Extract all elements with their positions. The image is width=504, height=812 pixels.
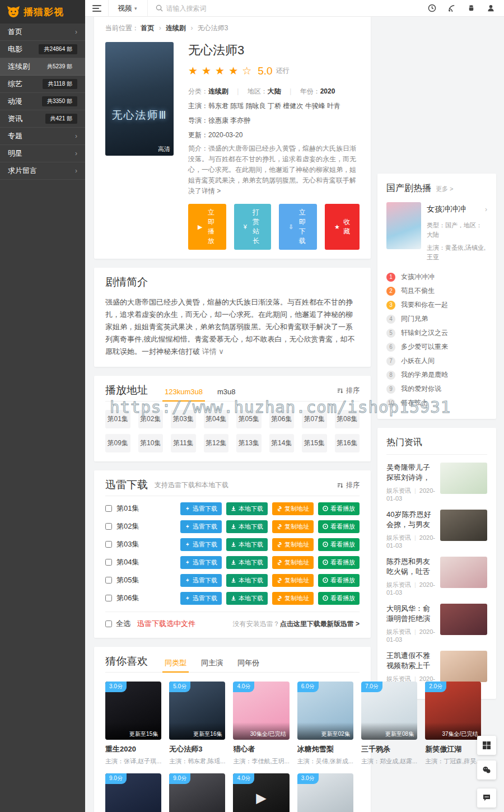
video-card[interactable]: 2.0分 37集全/已完结 新笑傲江湖 主演：丁冠森,薛昊... <box>425 682 481 766</box>
menu-toggle-icon[interactable] <box>85 0 109 17</box>
featured-show[interactable]: 女孩冲冲冲 › 类型：国产，地区：大陆 主演：黄圣依,汤镇业,王亚 <box>386 202 487 264</box>
news-item[interactable]: 大明风华：俞灏明曾拒绝演“汉王” 娱乐资讯|2020-01-03 <box>386 604 487 643</box>
ranking-item[interactable]: 6 多少爱可以重来 <box>386 340 487 354</box>
batch-download-link[interactable]: 迅雷下载选中文件 <box>137 619 195 629</box>
episode-checkbox[interactable] <box>105 559 112 566</box>
sidebar-item-news[interactable]: 资讯 共421 部 <box>0 110 85 128</box>
video-card[interactable]: 3.0分 更新至03集 猫冬 主演：王聪晖,岳红... <box>297 773 353 812</box>
episode-button[interactable]: 第12集 <box>204 434 229 452</box>
history-icon[interactable] <box>428 4 436 12</box>
feedback-button[interactable] <box>477 788 496 808</box>
video-card[interactable]: 6.0分 更新至02集 冰糖炖雪梨 主演：吴倩,张新成... <box>297 682 353 766</box>
video-card[interactable]: 4.0分 30集全/已完结 猎心者 主演：李佳航,王玥... <box>233 682 289 766</box>
favorite-button[interactable]: ★收藏 <box>325 204 360 250</box>
tab-same-actor[interactable]: 同主演 <box>201 659 223 666</box>
sidebar-item-home[interactable]: 首页 › <box>0 24 85 41</box>
kankan-play-button[interactable]: 看看播放 <box>318 502 360 515</box>
ranking-item[interactable]: 9 我的爱对你说 <box>386 382 487 396</box>
ranking-item[interactable]: 2 苟且不偷生 <box>386 284 487 298</box>
breadcrumb-section[interactable]: 连续剧 <box>166 24 186 32</box>
sidebar-item-series[interactable]: 连续剧 共5239 部 <box>0 58 85 76</box>
ranking-item[interactable]: 4 同门兄弟 <box>386 312 487 326</box>
ranking-item[interactable]: 8 我的学弟是鹿晗 <box>386 368 487 382</box>
sidebar-item-anime[interactable]: 动漫 共3350 部 <box>0 93 85 110</box>
tab-source-2[interactable]: m3u8 <box>217 388 236 395</box>
kankan-play-button[interactable]: 看看播放 <box>318 538 360 551</box>
video-card[interactable]: 7.0分 更新至08集 三千鸦杀 主演：郑业成,赵露... <box>361 682 417 766</box>
sort-button[interactable]: 排序 <box>337 480 360 490</box>
local-download-button[interactable]: 本地下载 <box>226 502 268 515</box>
tab-same-year[interactable]: 同年份 <box>237 659 259 666</box>
copy-link-button[interactable]: 复制地址 <box>272 520 314 533</box>
episode-button[interactable]: 第01集 <box>105 410 130 428</box>
episode-button[interactable]: 第09集 <box>105 434 130 452</box>
copy-link-button[interactable]: 复制地址 <box>272 502 314 515</box>
kankan-play-button[interactable]: 看看播放 <box>318 556 360 569</box>
sidebar-item-movies[interactable]: 电影 共24864 部 <box>0 41 85 58</box>
news-item[interactable]: 40岁陈乔恩好会撩，与男友吃火锅 娱乐资讯|2020-01-03 <box>386 510 487 549</box>
kankan-play-button[interactable]: 看看播放 <box>318 574 360 587</box>
local-download-button[interactable]: 本地下载 <box>226 592 268 605</box>
hot-more-link[interactable]: 更多 > <box>436 185 453 193</box>
episode-checkbox[interactable] <box>105 541 112 548</box>
ranking-item[interactable]: 5 轩辕剑之汉之云 <box>386 326 487 340</box>
episode-button[interactable]: 第08集 <box>335 410 360 428</box>
episode-checkbox[interactable] <box>105 523 112 530</box>
copy-link-button[interactable]: 复制地址 <box>272 538 314 551</box>
episode-button[interactable]: 第05集 <box>236 410 262 428</box>
windows-app-button[interactable] <box>477 736 496 755</box>
episode-button[interactable]: 第03集 <box>171 410 196 428</box>
episode-button[interactable]: 第04集 <box>204 410 229 428</box>
sort-button[interactable]: 排序 <box>337 386 360 395</box>
thunder-download-button[interactable]: 迅雷下载 <box>180 556 222 569</box>
episode-checkbox[interactable] <box>105 505 112 512</box>
synopsis-more-link[interactable]: 详情 ∨ <box>202 347 224 356</box>
episode-button[interactable]: 第14集 <box>269 434 295 452</box>
sidebar-item-request[interactable]: 求片留言 › <box>0 162 85 180</box>
breadcrumb-home[interactable]: 首页 <box>141 24 154 32</box>
detail-poster[interactable]: 无心法师Ⅲ 高清 <box>105 42 174 156</box>
tab-same-type[interactable]: 同类型 <box>165 659 186 666</box>
video-card[interactable]: 3.0分 更新至15集 重生2020 主演：张译,赵子琪... <box>105 682 161 766</box>
meta-year[interactable]: 2020 <box>320 87 335 95</box>
local-download-button[interactable]: 本地下载 <box>226 538 268 551</box>
download-now-button[interactable]: ⇩立即下载 <box>279 204 317 250</box>
copy-link-button[interactable]: 复制地址 <box>272 574 314 587</box>
video-card[interactable]: 9.0分 30集全/已完结 借枪 主演：张嘉译,罗海... <box>169 773 225 812</box>
copy-link-button[interactable]: 复制地址 <box>272 592 314 605</box>
episode-button[interactable]: 第10集 <box>138 434 164 452</box>
rss-icon[interactable] <box>447 4 456 12</box>
news-item[interactable]: 陈乔恩和男友吃火锅，吐舌卖萌甜蜜 娱乐资讯|2020-01-03 <box>386 557 487 596</box>
meta-type[interactable]: 连续剧 <box>208 87 228 95</box>
sidebar-item-topics[interactable]: 专题 › <box>0 128 85 145</box>
episode-button[interactable]: 第15集 <box>302 434 327 452</box>
episode-button[interactable]: 第11集 <box>171 434 196 452</box>
site-logo[interactable]: 播猫影视 <box>0 0 85 24</box>
nav-video-dropdown[interactable]: 视频▾ <box>118 3 137 13</box>
thunder-download-button[interactable]: 迅雷下载 <box>180 538 222 551</box>
meta-area[interactable]: 大陆 <box>268 87 281 95</box>
get-thunder-link[interactable]: 点击这里下载最新版迅雷 > <box>280 620 360 628</box>
android-app-icon[interactable] <box>467 4 475 12</box>
reward-button[interactable]: ¥打赏站长 <box>234 204 271 250</box>
episode-button[interactable]: 第02集 <box>138 410 164 428</box>
kankan-play-button[interactable]: 看看播放 <box>318 520 360 533</box>
local-download-button[interactable]: 本地下载 <box>226 556 268 569</box>
video-card[interactable]: 4.0分 ▶ 44集全/已完结 潜伏在黎明之前 主演：杨烁,胡军,... <box>233 773 289 812</box>
news-item[interactable]: 吴奇隆带儿子探班刘诗诗，一家三口 娱乐资讯|2020-01-03 <box>386 463 487 502</box>
local-download-button[interactable]: 本地下载 <box>226 520 268 533</box>
episode-checkbox[interactable] <box>105 595 112 601</box>
video-card[interactable]: 5.0分 更新至16集 无心法师3 主演：韩东君,陈瑶... <box>169 682 225 766</box>
ranking-item[interactable]: 10 箭在弦上 <box>386 396 487 410</box>
kankan-play-button[interactable]: 看看播放 <box>318 592 360 605</box>
sidebar-item-stars[interactable]: 明星 › <box>0 145 85 162</box>
episode-button[interactable]: 第07集 <box>302 410 327 428</box>
episode-checkbox[interactable] <box>105 577 112 584</box>
play-now-button[interactable]: ▶立即播放 <box>188 204 226 250</box>
video-card[interactable]: 9.0分 28集全/已完结 重返20岁2018 主演：韩东君,胡冰... <box>105 773 161 812</box>
wechat-button[interactable] <box>477 760 496 780</box>
ranking-item[interactable]: 7 小妖在人间 <box>386 354 487 368</box>
local-download-button[interactable]: 本地下载 <box>226 574 268 587</box>
episode-button[interactable]: 第16集 <box>335 434 360 452</box>
sidebar-item-variety[interactable]: 综艺 共1118 部 <box>0 76 85 93</box>
